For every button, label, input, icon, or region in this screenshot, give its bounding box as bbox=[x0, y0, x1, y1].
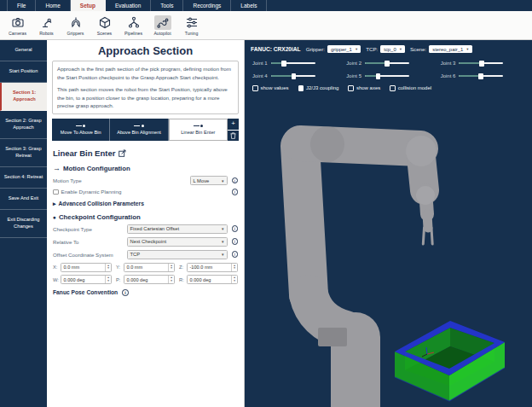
joint-5-slider[interactable] bbox=[365, 73, 409, 79]
joint-6-label: Joint 6 bbox=[441, 73, 456, 78]
toolbar-item-scenes[interactable]: Scenes bbox=[91, 15, 118, 36]
sidebar-item-start-position[interactable]: Start Position bbox=[0, 61, 47, 83]
offset-w-group: W: 0.000 deg ▲▼ bbox=[53, 275, 112, 284]
stepper-arrows[interactable]: ▲▼ bbox=[105, 276, 111, 283]
gripper-dropdown[interactable]: gripper_1 bbox=[327, 45, 361, 53]
tcp-value: tcp_0 bbox=[384, 47, 396, 52]
show-values-label: show values bbox=[261, 85, 289, 90]
sidebar-item-section-1-approach[interactable]: Section 1: Approach bbox=[0, 83, 47, 111]
sidebar-item-section-3-grasp-retreat[interactable]: Section 3: Grasp Retreat bbox=[0, 139, 47, 167]
offset-w-input[interactable]: 0.000 deg ▲▼ bbox=[61, 275, 112, 284]
info-icon[interactable] bbox=[232, 238, 239, 245]
offset-x-group: X: 0.0 mm ▲▼ bbox=[53, 263, 112, 272]
joint-3-slider[interactable] bbox=[459, 60, 503, 67]
offset-r-input[interactable]: 0.000 deg ▲▼ bbox=[187, 275, 238, 284]
tcp-select-group: TCP: tcp_0 bbox=[366, 45, 405, 53]
slider-handle[interactable] bbox=[478, 73, 483, 80]
stepper-arrows[interactable]: ▲▼ bbox=[168, 264, 174, 271]
info-icon[interactable] bbox=[232, 189, 239, 195]
motion-checkpoint-icon bbox=[76, 125, 86, 127]
offset-p-input[interactable]: 0.000 deg ▲▼ bbox=[124, 275, 175, 284]
toolbar-item-autopilot[interactable]: Autopilot bbox=[149, 15, 176, 36]
offset-y-group: Y: 0.0 mm ▲▼ bbox=[116, 263, 175, 272]
menu-item-tools[interactable]: Tools bbox=[151, 0, 183, 11]
stepper-arrows[interactable]: ▲▼ bbox=[168, 276, 174, 283]
info-icon[interactable] bbox=[232, 251, 239, 258]
menu-item-home[interactable]: Home bbox=[36, 0, 70, 11]
offset-y-input[interactable]: 0.0 mm ▲▼ bbox=[124, 263, 175, 272]
stepper-arrows[interactable]: ▲▼ bbox=[231, 276, 237, 283]
motion-type-value: L Move bbox=[194, 178, 210, 183]
slider-handle[interactable] bbox=[376, 73, 381, 80]
tab-move-to-above-bin[interactable]: Move To Above Bin bbox=[52, 119, 110, 141]
toolbar-item-label: Pipelines bbox=[124, 31, 142, 36]
robot-model-label: FANUC: CRX20iAL bbox=[251, 46, 301, 52]
checkpoint-dot-icon bbox=[53, 213, 56, 221]
slider-handle[interactable] bbox=[292, 73, 297, 80]
motion-type-dropdown[interactable]: L Move bbox=[190, 176, 228, 185]
advanced-collision-parameters-toggle[interactable]: Advanced Collision Parameters bbox=[53, 201, 238, 207]
slider-handle[interactable] bbox=[281, 61, 286, 67]
menu-item-file[interactable]: File bbox=[7, 0, 36, 11]
application-window: File Home Setup Evaluation Tools Recordi… bbox=[0, 0, 532, 407]
show-axes-option[interactable]: show axes bbox=[348, 85, 380, 91]
joint-4-slider[interactable] bbox=[271, 73, 315, 79]
info-icon[interactable] bbox=[122, 289, 129, 296]
page-title: Approach Section bbox=[52, 44, 239, 57]
offset-coordinate-system-value: TCP bbox=[130, 252, 141, 257]
info-icon[interactable] bbox=[232, 177, 239, 184]
collision-model-checkbox[interactable] bbox=[390, 85, 396, 91]
menu-item-setup[interactable]: Setup bbox=[71, 0, 106, 11]
toolbar-item-tuning[interactable]: Tuning bbox=[178, 15, 205, 36]
tab-above-bin-alignment[interactable]: Above Bin Alignment bbox=[110, 119, 168, 141]
add-checkpoint-button[interactable]: + bbox=[228, 119, 239, 130]
checkpoint-type-value: Fixed Cartesian Offset bbox=[130, 226, 180, 231]
joint-2-slider[interactable] bbox=[365, 60, 409, 67]
scene-dropdown[interactable]: stereo_pair_1 bbox=[429, 45, 471, 53]
checkpoint-type-dropdown[interactable]: Fixed Cartesian Offset bbox=[127, 224, 228, 234]
tab-label: Above Bin Alignment bbox=[117, 130, 161, 135]
tcp-dropdown[interactable]: tcp_0 bbox=[380, 45, 405, 53]
j2-j3-coupling-option[interactable]: J2/J3 coupling bbox=[298, 85, 339, 91]
collision-model-option[interactable]: collision model bbox=[390, 85, 431, 91]
menu-item-labels[interactable]: Labels bbox=[231, 0, 267, 11]
sidebar-item-exit-discarding-changes[interactable]: Exit Discarding Changes bbox=[0, 210, 47, 238]
checkpoint-heading: Linear Bin Enter bbox=[53, 148, 115, 158]
toolbar-item-cameras[interactable]: Cameras bbox=[4, 15, 31, 36]
offset-coordinate-system-dropdown[interactable]: TCP bbox=[127, 250, 228, 259]
stepper-arrows[interactable]: ▲▼ bbox=[105, 264, 111, 271]
toolbar-item-pipelines[interactable]: Pipelines bbox=[120, 15, 147, 36]
show-values-option[interactable]: show values bbox=[252, 85, 289, 91]
sidebar-item-save-and-exit[interactable]: Save And Exit bbox=[0, 189, 47, 210]
offset-z-input[interactable]: -100.0 mm ▲▼ bbox=[187, 263, 238, 272]
slider-handle[interactable] bbox=[385, 61, 390, 67]
j2-j3-coupling-checkbox[interactable] bbox=[298, 85, 304, 91]
enable-dynamic-planning-checkbox[interactable] bbox=[53, 189, 59, 195]
relative-to-dropdown[interactable]: Next Checkpoint bbox=[127, 237, 228, 247]
offset-x-input[interactable]: 0.0 mm ▲▼ bbox=[61, 263, 112, 272]
joint-6-slider[interactable] bbox=[459, 73, 503, 79]
trash-icon bbox=[230, 132, 236, 139]
menu-item-recordings[interactable]: Recordings bbox=[183, 0, 231, 11]
sidebar-item-section-2-grasp-approach[interactable]: Section 2: Grasp Approach bbox=[0, 111, 47, 139]
show-values-checkbox[interactable] bbox=[252, 85, 258, 91]
viewport-options: show values J2/J3 coupling show axes col… bbox=[245, 81, 532, 96]
toolbar-item-robots[interactable]: Robots bbox=[33, 15, 60, 36]
toolbar-item-grippers[interactable]: Grippers bbox=[62, 15, 89, 36]
robot-3d-viewport[interactable] bbox=[245, 40, 532, 407]
sidebar-item-general[interactable]: General bbox=[0, 40, 47, 61]
edit-icon[interactable] bbox=[119, 149, 126, 157]
delete-checkpoint-button[interactable] bbox=[228, 131, 239, 142]
motion-arrow-icon bbox=[53, 164, 61, 172]
offset-z-value: -100.0 mm bbox=[188, 265, 231, 270]
show-axes-checkbox[interactable] bbox=[348, 85, 354, 91]
joint-3-label: Joint 3 bbox=[441, 61, 456, 66]
stepper-arrows[interactable]: ▲▼ bbox=[231, 264, 237, 271]
offset-p-group: P: 0.000 deg ▲▼ bbox=[116, 275, 175, 284]
menu-item-evaluation[interactable]: Evaluation bbox=[106, 0, 151, 11]
info-icon[interactable] bbox=[232, 225, 239, 232]
sidebar-item-section-4-retreat[interactable]: Section 4: Retreat bbox=[0, 167, 47, 189]
tab-linear-bin-enter[interactable]: Linear Bin Enter bbox=[169, 119, 228, 141]
joint-1-slider[interactable] bbox=[271, 60, 315, 67]
slider-handle[interactable] bbox=[479, 61, 484, 67]
